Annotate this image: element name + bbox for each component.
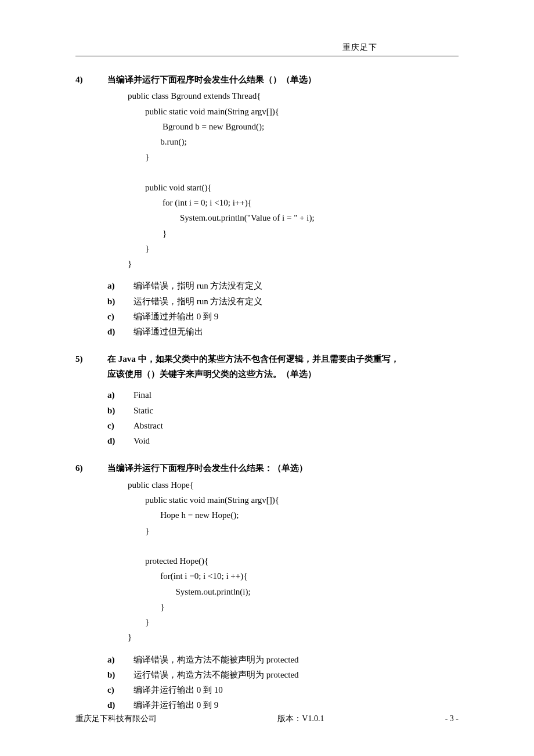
question-text: 当编译并运行下面程序时会发生什么结果（）（单选） xyxy=(107,73,459,88)
option-label: b) xyxy=(107,294,134,309)
option-text: 编译并运行输出 0 到 9 xyxy=(134,697,459,712)
option-text: 编译通过并输出 0 到 9 xyxy=(134,309,459,324)
footer-pagenum: - 3 - xyxy=(445,712,459,726)
option-text: 运行错误，构造方法不能被声明为 protected xyxy=(134,667,459,682)
question-text: 在 Java 中，如果父类中的某些方法不包含任何逻辑，并且需要由子类重写， xyxy=(107,352,459,367)
question-head: 4) 当编译并运行下面程序时会发生什么结果（）（单选） xyxy=(75,73,459,88)
options: a) 编译错误，指明 run 方法没有定义 b) 运行错误，指明 run 方法没… xyxy=(107,278,459,339)
footer-version: 版本：V1.0.1 xyxy=(277,712,324,726)
option-label: d) xyxy=(107,433,134,448)
footer-company: 重庆足下科技有限公司 xyxy=(75,712,157,726)
option-text: 编译通过但无输出 xyxy=(134,324,459,339)
option: b) 运行错误，构造方法不能被声明为 protected xyxy=(107,667,459,682)
option: d) Void xyxy=(107,433,459,448)
page-header: 重庆足下 xyxy=(75,41,459,55)
options: a) 编译错误，构造方法不能被声明为 protected b) 运行错误，构造方… xyxy=(107,652,459,713)
option-text: Final xyxy=(134,387,459,402)
page-footer: 重庆足下科技有限公司 版本：V1.0.1 - 3 - xyxy=(75,712,459,726)
options: a) Final b) Static c) Abstract d) Void xyxy=(107,387,459,448)
option-label: d) xyxy=(107,697,134,712)
code-block: public class Hope{ public static void ma… xyxy=(128,477,459,645)
option: a) 编译错误，构造方法不能被声明为 protected xyxy=(107,652,459,667)
option-label: b) xyxy=(107,403,134,418)
question-head: 6) 当编译并运行下面程序时会发生什么结果：（单选） xyxy=(75,461,459,476)
option: c) Abstract xyxy=(107,418,459,433)
option-text: Static xyxy=(134,403,459,418)
option: d) 编译并运行输出 0 到 9 xyxy=(107,697,459,712)
question-number: 5) xyxy=(75,352,107,367)
option: a) Final xyxy=(107,387,459,402)
option: b) 运行错误，指明 run 方法没有定义 xyxy=(107,294,459,309)
option: a) 编译错误，指明 run 方法没有定义 xyxy=(107,278,459,293)
option-text: 编译错误，指明 run 方法没有定义 xyxy=(134,278,459,293)
option-label: a) xyxy=(107,387,134,402)
question-text-continued: 应该使用（）关键字来声明父类的这些方法。（单选） xyxy=(107,367,459,382)
question-number: 4) xyxy=(75,73,107,88)
question-6: 6) 当编译并运行下面程序时会发生什么结果：（单选） public class … xyxy=(75,461,459,712)
option-text: Abstract xyxy=(134,418,459,433)
code-block: public class Bground extends Thread{ pub… xyxy=(128,88,459,271)
option-text: 运行错误，指明 run 方法没有定义 xyxy=(134,294,459,309)
option: c) 编译并运行输出 0 到 10 xyxy=(107,682,459,697)
option-label: d) xyxy=(107,324,134,339)
option-text: 编译并运行输出 0 到 10 xyxy=(134,682,459,697)
question-text: 当编译并运行下面程序时会发生什么结果：（单选） xyxy=(107,461,459,476)
question-number: 6) xyxy=(75,461,107,476)
document-page: 重庆足下 4) 当编译并运行下面程序时会发生什么结果（）（单选） public … xyxy=(0,0,534,756)
header-rule xyxy=(75,56,459,56)
question-head: 5) 在 Java 中，如果父类中的某些方法不包含任何逻辑，并且需要由子类重写， xyxy=(75,352,459,367)
option-label: c) xyxy=(107,682,134,697)
option-text: Void xyxy=(134,433,459,448)
option-label: a) xyxy=(107,652,134,667)
option-text: 编译错误，构造方法不能被声明为 protected xyxy=(134,652,459,667)
option-label: c) xyxy=(107,418,134,433)
question-4: 4) 当编译并运行下面程序时会发生什么结果（）（单选） public class… xyxy=(75,73,459,340)
option-label: c) xyxy=(107,309,134,324)
option-label: a) xyxy=(107,278,134,293)
option: c) 编译通过并输出 0 到 9 xyxy=(107,309,459,324)
option-label: b) xyxy=(107,667,134,682)
option: d) 编译通过但无输出 xyxy=(107,324,459,339)
question-5: 5) 在 Java 中，如果父类中的某些方法不包含任何逻辑，并且需要由子类重写，… xyxy=(75,352,459,448)
option: b) Static xyxy=(107,403,459,418)
